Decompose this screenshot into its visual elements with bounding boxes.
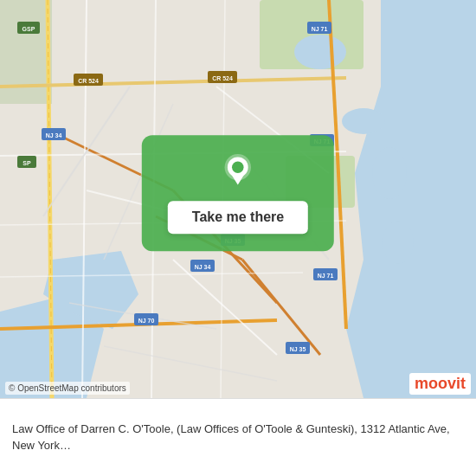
svg-point-10 bbox=[383, 221, 414, 264]
svg-text:NJ 35: NJ 35 bbox=[290, 346, 306, 352]
moovit-logo: moovit bbox=[409, 373, 471, 395]
map-container: GSP SP CR 524 NJ 71 NJ 71 NJ 71 NJ 34 NJ… bbox=[0, 0, 476, 398]
svg-point-8 bbox=[342, 108, 385, 134]
osm-attribution: © OpenStreetMap contributors bbox=[5, 382, 130, 395]
location-info-text: Law Office of Darren C. O'Toole, (Law Of… bbox=[12, 421, 464, 453]
svg-point-9 bbox=[372, 147, 407, 199]
svg-text:NJ 34: NJ 34 bbox=[195, 264, 211, 270]
location-pin-icon bbox=[219, 152, 257, 190]
svg-text:CR 524: CR 524 bbox=[78, 78, 99, 84]
svg-text:NJ 71: NJ 71 bbox=[312, 26, 328, 32]
svg-point-7 bbox=[294, 35, 346, 69]
svg-rect-6 bbox=[0, 0, 52, 104]
svg-text:CR 524: CR 524 bbox=[212, 75, 233, 81]
svg-text:NJ 71: NJ 71 bbox=[318, 273, 334, 279]
take-me-there-button[interactable]: Take me there bbox=[168, 201, 308, 234]
svg-text:GSP: GSP bbox=[23, 26, 35, 32]
overlay-panel: Take me there bbox=[142, 135, 334, 251]
svg-text:NJ 34: NJ 34 bbox=[46, 132, 62, 138]
info-bar: Law Office of Darren C. O'Toole, (Law Of… bbox=[0, 398, 476, 476]
svg-text:SP: SP bbox=[23, 160, 31, 166]
svg-text:NJ 70: NJ 70 bbox=[138, 318, 155, 324]
svg-point-61 bbox=[232, 161, 244, 173]
